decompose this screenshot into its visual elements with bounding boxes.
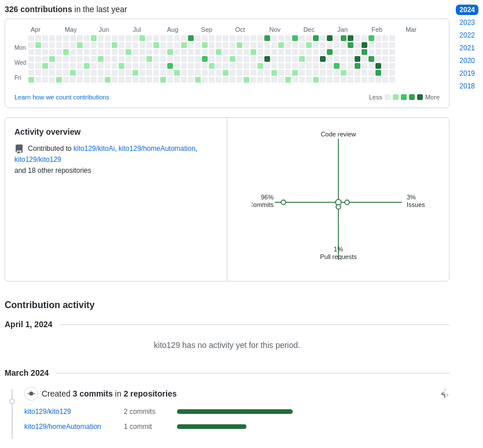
cell-w31-d3[interactable] [244,56,249,62]
cell-w17-d3[interactable] [146,56,152,62]
cell-w33-d2[interactable] [257,49,263,55]
cell-w3-d2[interactable] [49,49,55,55]
cell-w37-d3[interactable] [285,56,291,62]
cell-w32-d5[interactable] [250,70,256,76]
cell-w9-d5[interactable] [91,70,97,76]
cell-w45-d6[interactable] [341,77,346,83]
cell-w43-d5[interactable] [327,70,333,76]
cell-w24-d6[interactable] [195,77,201,83]
cell-w48-d2[interactable] [362,49,367,55]
cell-w45-d2[interactable] [341,49,346,55]
cell-w4-d6[interactable] [56,77,62,83]
cell-w49-d5[interactable] [368,70,374,76]
cell-w29-d5[interactable] [230,70,235,76]
cell-w52-d5[interactable] [389,70,395,76]
cell-w50-d6[interactable] [375,77,381,83]
cell-w46-d6[interactable] [348,77,353,83]
cell-w8-d0[interactable] [84,35,90,41]
cell-w18-d5[interactable] [153,70,159,76]
cell-w8-d3[interactable] [84,56,90,62]
cell-w25-d3[interactable] [202,56,208,62]
cell-w20-d2[interactable] [167,49,173,55]
cell-w13-d3[interactable] [119,56,124,62]
cell-w2-d5[interactable] [42,70,48,76]
cell-w35-d1[interactable] [271,42,277,48]
cell-w51-d1[interactable] [382,42,388,48]
cell-w9-d6[interactable] [91,77,97,83]
cell-w41-d0[interactable] [313,35,319,41]
cell-w8-d1[interactable] [84,42,90,48]
cell-w31-d5[interactable] [244,70,249,76]
cell-w31-d2[interactable] [244,49,249,55]
cell-w35-d3[interactable] [271,56,277,62]
cell-w20-d1[interactable] [167,42,173,48]
cell-w35-d0[interactable] [271,35,277,41]
cell-w5-d6[interactable] [63,77,69,83]
cell-w1-d0[interactable] [35,35,41,41]
cell-w40-d4[interactable] [306,63,312,69]
cell-w37-d2[interactable] [285,49,291,55]
cell-w44-d4[interactable] [334,63,340,69]
cell-w9-d2[interactable] [91,49,97,55]
cell-w7-d3[interactable] [77,56,83,62]
cell-w13-d0[interactable] [119,35,124,41]
cell-w11-d1[interactable] [105,42,110,48]
cell-w22-d5[interactable] [181,70,187,76]
cell-w38-d5[interactable] [292,70,298,76]
cell-w18-d6[interactable] [153,77,159,83]
cell-w25-d2[interactable] [202,49,208,55]
cell-w11-d2[interactable] [105,49,110,55]
cell-w41-d4[interactable] [313,63,319,69]
cell-w46-d3[interactable] [348,56,353,62]
cell-w10-d1[interactable] [98,42,104,48]
cell-w45-d1[interactable] [341,42,346,48]
cell-w23-d4[interactable] [188,63,194,69]
cell-w27-d1[interactable] [216,42,222,48]
cell-w50-d5[interactable] [375,70,381,76]
cell-w49-d3[interactable] [368,56,374,62]
cell-w17-d2[interactable] [146,49,152,55]
cell-w6-d6[interactable] [70,77,76,83]
cell-w49-d0[interactable] [368,35,374,41]
cell-w22-d0[interactable] [181,35,187,41]
cell-w5-d3[interactable] [63,56,69,62]
cell-w52-d2[interactable] [389,49,395,55]
cell-w3-d0[interactable] [49,35,55,41]
cell-w28-d0[interactable] [223,35,228,41]
cell-w23-d5[interactable] [188,70,194,76]
cell-w34-d5[interactable] [264,70,270,76]
cell-w16-d5[interactable] [139,70,145,76]
cell-w14-d4[interactable] [126,63,131,69]
cell-w52-d1[interactable] [389,42,395,48]
cell-w7-d6[interactable] [77,77,83,83]
cell-w26-d3[interactable] [209,56,215,62]
cell-w18-d2[interactable] [153,49,159,55]
cell-w5-d4[interactable] [63,63,69,69]
cell-w12-d2[interactable] [112,49,117,55]
cell-w42-d3[interactable] [320,56,326,62]
cell-w26-d6[interactable] [209,77,215,83]
cell-w41-d1[interactable] [313,42,319,48]
year-2024[interactable]: 2024 [456,5,478,15]
cell-w40-d3[interactable] [306,56,312,62]
cell-w28-d3[interactable] [223,56,228,62]
cell-w39-d4[interactable] [299,63,305,69]
cell-w50-d0[interactable] [375,35,381,41]
cell-w9-d1[interactable] [91,42,97,48]
cell-w29-d4[interactable] [230,63,235,69]
cell-w33-d6[interactable] [257,77,263,83]
cell-w38-d1[interactable] [292,42,298,48]
cell-w43-d6[interactable] [327,77,333,83]
cell-w52-d4[interactable] [389,63,395,69]
cell-w6-d2[interactable] [70,49,76,55]
cell-w51-d3[interactable] [382,56,388,62]
cell-w36-d4[interactable] [278,63,284,69]
cell-w51-d4[interactable] [382,63,388,69]
cell-w35-d5[interactable] [271,70,277,76]
cell-w19-d6[interactable] [160,77,166,83]
cell-w14-d0[interactable] [126,35,131,41]
cell-w8-d5[interactable] [84,70,90,76]
cell-w46-d4[interactable] [348,63,353,69]
cell-w50-d2[interactable] [375,49,381,55]
cell-w11-d6[interactable] [105,77,110,83]
